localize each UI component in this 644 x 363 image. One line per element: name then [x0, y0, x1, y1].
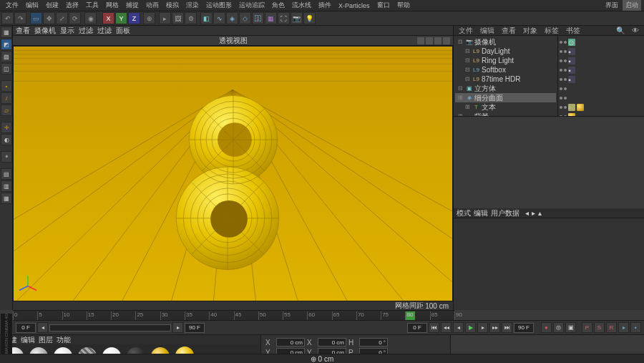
object-row[interactable]: ⊞T文本	[455, 102, 556, 112]
workplane-snap-button[interactable]: ▤	[1, 168, 12, 180]
menu-character[interactable]: 角色	[269, 0, 288, 11]
menu-create[interactable]: 创建	[43, 0, 62, 11]
frame-start-field[interactable]	[16, 323, 36, 333]
object-row[interactable]: ⊟L9Ring Light	[455, 56, 556, 65]
vp-menu-filter[interactable]: 过滤	[97, 26, 112, 36]
menu-layout[interactable]: 界面	[602, 0, 621, 11]
vp-nav-orbit-icon[interactable]	[434, 37, 441, 44]
vp-menu-display[interactable]: 显示	[60, 26, 74, 36]
mat-tab-edit[interactable]: 编辑	[21, 335, 35, 345]
add-scene-button[interactable]: ⛶	[278, 12, 290, 24]
current-frame-field[interactable]	[407, 323, 427, 333]
tag-row[interactable]: ▪	[560, 56, 643, 65]
play-button[interactable]: ▶	[465, 322, 476, 333]
coord-h-rot[interactable]	[359, 338, 388, 347]
add-spline-button[interactable]: ∿	[213, 12, 225, 24]
viewport-3d[interactable]	[13, 46, 453, 301]
axis-y-toggle[interactable]: Y	[115, 12, 127, 24]
menu-simulate[interactable]: 模拟	[163, 0, 182, 11]
range-slider[interactable]	[49, 324, 171, 331]
menu-window[interactable]: 窗口	[374, 0, 393, 11]
mat-tab-texture[interactable]: 功能	[57, 335, 71, 345]
workplane-button[interactable]: ◫	[1, 63, 12, 74]
goto-start-button[interactable]: ⏮	[429, 322, 439, 333]
prev-frame-button[interactable]: ◂	[453, 322, 464, 333]
autokey-button[interactable]: ◎	[553, 322, 564, 333]
record-button[interactable]: ●	[541, 322, 552, 333]
object-row[interactable]: ⊟📷摄像机	[455, 37, 556, 47]
select-tool[interactable]: ▭	[30, 12, 42, 24]
edges-mode-button[interactable]: /	[1, 92, 12, 104]
redo-button[interactable]: ↷	[14, 12, 26, 24]
goto-end-button[interactable]: ⏭	[502, 322, 512, 333]
tag-row[interactable]: ▪	[560, 47, 643, 56]
vp-menu-panel[interactable]: 面板	[116, 26, 130, 36]
vp-menu-view[interactable]: 查看	[16, 26, 30, 36]
axis-x-toggle[interactable]: X	[102, 12, 114, 24]
vp-menu-options[interactable]: 过滤	[79, 26, 93, 36]
key-pos-toggle[interactable]: P	[582, 322, 592, 333]
menu-xparticles[interactable]: X-Particles	[336, 1, 373, 10]
recent-tool[interactable]: ◉	[84, 12, 97, 24]
menu-mesh[interactable]: 网格	[103, 0, 122, 11]
menu-startup[interactable]: 启动	[623, 0, 641, 11]
tag-row[interactable]: ▪	[560, 65, 643, 74]
om-tab-view[interactable]: 查看	[499, 25, 518, 37]
viewport-solo-button[interactable]: ◐	[1, 134, 12, 145]
range-start-stepper[interactable]: ◂	[37, 322, 48, 333]
add-generator-button[interactable]: ◈	[226, 12, 238, 24]
om-tab-objects[interactable]: 对象	[521, 25, 540, 37]
key-pla-toggle[interactable]: ▪	[630, 322, 641, 333]
vp-nav-max-icon[interactable]	[443, 37, 450, 44]
om-tab-file[interactable]: 文件	[457, 25, 475, 37]
object-row[interactable]: ⊟▣立方体	[455, 84, 556, 93]
key-param-toggle[interactable]: ▸	[618, 322, 629, 333]
rotate-tool[interactable]: ⟳	[69, 12, 81, 24]
scale-tool[interactable]: ⤢	[56, 12, 68, 24]
tag-row[interactable]	[560, 84, 643, 93]
object-row[interactable]: ⊞◈细分曲面	[455, 93, 556, 102]
add-light-button[interactable]: 💡	[303, 12, 316, 24]
key-rot-toggle[interactable]: R	[606, 322, 617, 333]
keyframe-sel-button[interactable]: ▣	[565, 322, 576, 333]
add-camera-button[interactable]: 📷	[291, 12, 303, 24]
frame-end-field[interactable]	[185, 323, 205, 333]
tag-row[interactable]	[560, 93, 643, 102]
tag-row[interactable]: ⊙	[560, 37, 643, 47]
polys-mode-button[interactable]: ▱	[1, 105, 12, 116]
next-key-button[interactable]: ▸▸	[489, 322, 500, 333]
menu-mograph[interactable]: 运动图形	[203, 0, 235, 11]
planar-workplane-button[interactable]: ▦	[1, 193, 12, 204]
vp-nav-pan-icon[interactable]	[417, 37, 424, 44]
add-cube-button[interactable]: ◧	[200, 12, 213, 24]
undo-button[interactable]: ↶	[1, 12, 14, 24]
add-array-button[interactable]: ⿲	[252, 12, 264, 24]
menu-tracker[interactable]: 运动追踪	[236, 0, 268, 11]
range-end-stepper[interactable]: ▸	[172, 322, 183, 333]
key-scale-toggle[interactable]: S	[594, 322, 605, 333]
total-frames-field[interactable]	[514, 323, 534, 333]
object-row[interactable]: ⊟L9DayLight	[455, 47, 556, 56]
attr-nav-up-icon[interactable]: ▴	[538, 209, 542, 217]
timeline-ruler[interactable]: 80 051015202530354045505560657075808590	[13, 310, 454, 320]
object-row[interactable]: ⊟L9Softbox	[455, 65, 556, 74]
attr-nav-back-icon[interactable]: ◂	[525, 209, 529, 217]
menu-help[interactable]: 帮助	[394, 0, 413, 11]
om-search-icon[interactable]: 🔍	[614, 26, 627, 35]
snap-enable-button[interactable]: ⌖	[1, 151, 12, 163]
coord-system-button[interactable]: ⊕	[143, 12, 155, 24]
locked-workplane-button[interactable]: ▥	[1, 180, 12, 192]
attr-tab-userdata[interactable]: 用户数据	[491, 208, 519, 218]
menu-file[interactable]: 文件	[3, 0, 21, 11]
render-settings-button[interactable]: ⚙	[185, 12, 197, 24]
model-mode-button[interactable]: ◩	[1, 39, 12, 50]
points-mode-button[interactable]: •	[1, 80, 12, 92]
tag-row[interactable]: ▪	[560, 74, 643, 84]
prev-key-button[interactable]: ◂◂	[441, 322, 452, 333]
object-row[interactable]: ⊟L987time HDR	[455, 74, 556, 84]
add-deformer-button[interactable]: ▦	[265, 12, 277, 24]
om-eye-icon[interactable]: 👁	[630, 26, 641, 35]
menu-pipeline[interactable]: 流水线	[289, 0, 314, 11]
axis-z-toggle[interactable]: Z	[128, 12, 140, 24]
attr-tab-edit[interactable]: 编辑	[474, 208, 488, 218]
